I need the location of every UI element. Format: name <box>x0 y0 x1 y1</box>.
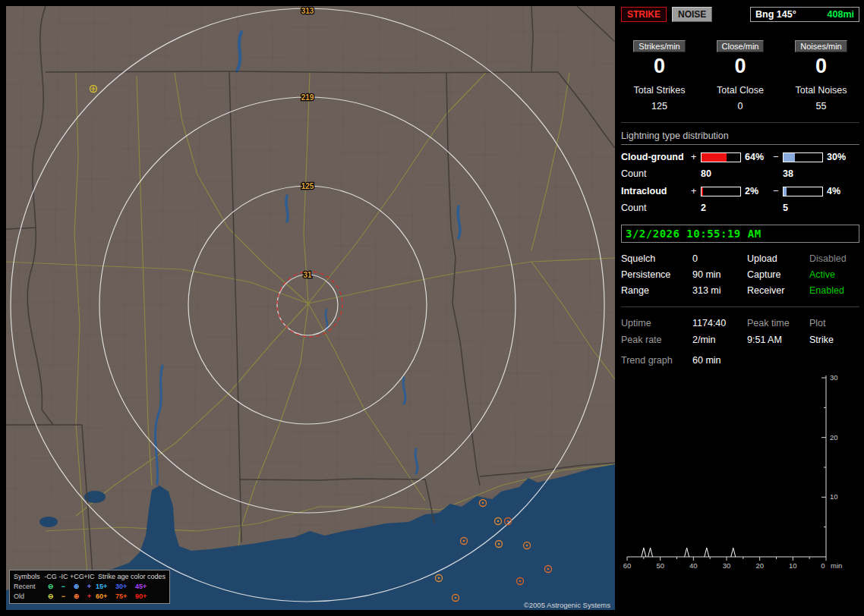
map-legend: Symbols -CG -IC +CG +IC Strike age color… <box>9 570 170 604</box>
cg-negative-bar <box>783 152 823 162</box>
age-45: 45+ <box>135 582 155 592</box>
intracloud-row: Intracloud + 2% − 4% <box>621 186 859 196</box>
uptime-value: 1174:40 <box>692 318 747 328</box>
map-canvas[interactable]: 31321912531 <box>6 6 615 610</box>
svg-text:10: 10 <box>830 492 838 501</box>
bearing-value: Bng 145° <box>755 9 796 20</box>
total-close: Total Close 0 <box>702 85 779 112</box>
noises-per-min-value: 0 <box>783 55 859 77</box>
copyright-text: ©2005 Astrogenic Systems <box>524 601 610 609</box>
total-noises-label: Total Noises <box>783 85 859 96</box>
receiver-status: Enabled <box>809 285 859 296</box>
noises-per-min-label[interactable]: Noises/min <box>795 40 847 52</box>
peak-time-value: 9:51 AM <box>747 335 809 345</box>
ic-negative-count: 5 <box>783 203 827 213</box>
trend-graph-window: 60 min <box>692 355 859 366</box>
settings-grid: Squelch 0 Upload Disabled Persistence 90… <box>621 253 859 296</box>
svg-text:40: 40 <box>689 561 698 570</box>
age-30: 30+ <box>115 582 135 592</box>
capture-status: Active <box>809 269 859 280</box>
close-per-min-label[interactable]: Close/min <box>717 40 765 52</box>
capture-label: Capture <box>747 269 809 280</box>
distance-value: 408mi <box>828 9 854 20</box>
svg-text:50: 50 <box>656 561 664 570</box>
total-close-value: 0 <box>702 101 779 112</box>
cg-positive-count: 80 <box>701 168 745 179</box>
separator <box>621 122 859 123</box>
old-neg-ic-icon: − <box>57 592 70 602</box>
old-pos-cg-icon: ⊕ <box>70 592 83 602</box>
svg-text:min: min <box>831 561 842 570</box>
cg-positive-pct: 64% <box>745 152 773 162</box>
svg-text:10: 10 <box>789 561 797 570</box>
close-per-min-value: 0 <box>702 55 779 77</box>
lightning-map[interactable]: 31321912531 Symbols -CG -IC +CG +IC Stri… <box>6 6 615 610</box>
mode-toolbar: STRIKE NOISE Bng 145° 408mi <box>621 6 859 22</box>
svg-text:31: 31 <box>303 271 312 279</box>
strikes-per-min-label[interactable]: Strikes/min <box>633 40 685 52</box>
uptime-label: Uptime <box>621 318 692 328</box>
upload-label: Upload <box>747 253 809 264</box>
total-strikes-label: Total Strikes <box>621 85 698 96</box>
noise-mode-button[interactable]: NOISE <box>672 7 712 22</box>
distribution-header: Lightning type distribution <box>621 130 859 145</box>
total-strikes-value: 125 <box>621 101 698 112</box>
age-15: 15+ <box>96 582 115 592</box>
cloud-ground-label: Cloud-ground <box>621 152 691 162</box>
upload-status: Disabled <box>809 253 859 264</box>
cloud-ground-count-row: Count 80 38 <box>621 168 859 179</box>
range-value: 313 mi <box>692 285 747 296</box>
svg-text:20: 20 <box>755 561 764 570</box>
legend-col-pos-cg: +CG <box>70 572 83 582</box>
trend-graph-label: Trend graph <box>621 355 692 366</box>
trend-graph-header: Trend graph 60 min <box>621 355 859 366</box>
bearing-range-indicator: Bng 145° 408mi <box>750 7 859 22</box>
close-per-min-counter: Close/min 0 <box>702 40 779 77</box>
strike-mode-button[interactable]: STRIKE <box>621 7 667 22</box>
persistence-value: 90 min <box>692 269 747 280</box>
old-neg-cg-icon: ⊖ <box>44 592 57 602</box>
intracloud-label: Intracloud <box>621 186 691 196</box>
stats-grid: Uptime 1174:40 Peak time Plot Peak rate … <box>621 318 859 345</box>
recent-neg-ic-icon: − <box>57 582 70 592</box>
legend-recent-label: Recent <box>14 582 44 592</box>
cg-negative-pct: 30% <box>827 152 852 162</box>
total-noises: Total Noises 55 <box>783 85 859 112</box>
svg-text:30: 30 <box>723 561 731 570</box>
peak-rate-value: 2/min <box>692 335 747 345</box>
ic-negative-bar <box>783 187 823 196</box>
legend-age-header: Strike age color codes <box>98 572 166 582</box>
separator <box>621 306 859 307</box>
rate-counters: Strikes/min 0 Close/min 0 Noises/min 0 <box>621 40 859 77</box>
total-close-label: Total Close <box>702 85 779 96</box>
cloud-ground-row: Cloud-ground + 64% − 30% <box>621 152 859 162</box>
plus-sign: + <box>691 152 701 162</box>
range-label: Range <box>621 285 692 296</box>
trend-graph: 1020301020304050600min <box>621 370 858 574</box>
minus-sign: − <box>773 152 783 162</box>
cg-positive-bar <box>701 152 741 162</box>
plus-sign: + <box>691 186 701 196</box>
svg-text:60: 60 <box>623 561 632 570</box>
plot-label: Plot <box>809 318 859 328</box>
age-75: 75+ <box>115 592 135 602</box>
ic-negative-pct: 4% <box>827 186 852 196</box>
total-strikes: Total Strikes 125 <box>621 85 698 112</box>
status-panel: STRIKE NOISE Bng 145° 408mi Strikes/min … <box>621 6 859 610</box>
strikes-per-min-value: 0 <box>621 55 698 77</box>
svg-text:219: 219 <box>301 93 314 102</box>
peak-time-label: Peak time <box>747 318 809 328</box>
age-90: 90+ <box>135 592 155 602</box>
ic-positive-count: 2 <box>701 203 745 213</box>
peak-rate-label: Peak rate <box>621 335 692 345</box>
svg-text:0: 0 <box>821 561 825 570</box>
receiver-label: Receiver <box>747 285 809 296</box>
squelch-value: 0 <box>692 253 747 264</box>
legend-old-label: Old <box>14 592 44 602</box>
legend-symbols-header: Symbols <box>14 572 44 582</box>
svg-text:30: 30 <box>830 373 838 382</box>
recent-neg-cg-icon: ⊖ <box>44 582 57 592</box>
old-pos-ic-icon: + <box>83 592 96 602</box>
noises-per-min-counter: Noises/min 0 <box>783 40 859 77</box>
minus-sign: − <box>773 186 783 196</box>
